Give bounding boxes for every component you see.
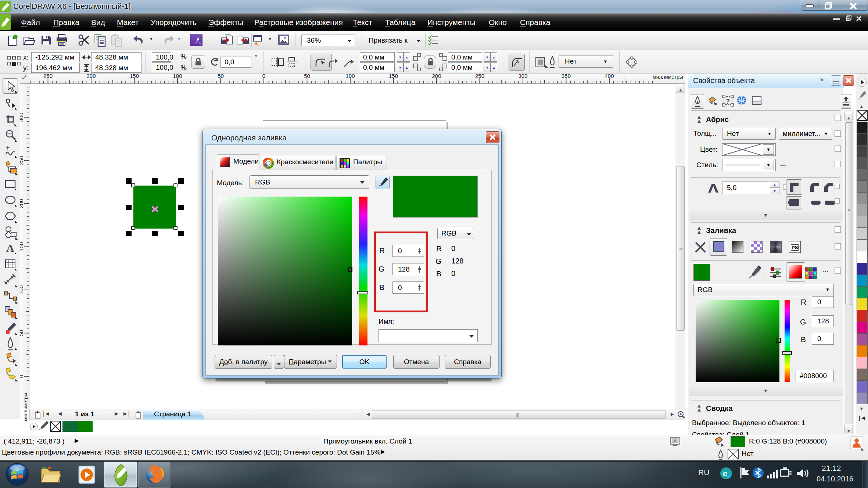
svg-text:100: 100 xyxy=(345,73,355,79)
svg-text:250: 250 xyxy=(20,156,24,165)
svg-text:100: 100 xyxy=(20,285,24,294)
svg-text:0: 0 xyxy=(20,375,24,378)
svg-text:300: 300 xyxy=(518,73,527,79)
svg-text:0: 0 xyxy=(262,73,265,79)
svg-text:A: A xyxy=(6,242,14,254)
svg-text:150: 150 xyxy=(20,242,24,251)
svg-text:50: 50 xyxy=(20,330,24,336)
svg-text:200: 200 xyxy=(20,199,24,208)
svg-text:e: e xyxy=(723,469,727,478)
svg-text:150: 150 xyxy=(389,73,398,79)
svg-text:200: 200 xyxy=(86,73,96,79)
svg-text:?: ? xyxy=(726,98,730,105)
svg-text:200: 200 xyxy=(432,73,441,79)
svg-text:миллиметры: миллиметры xyxy=(653,74,683,80)
svg-text:50: 50 xyxy=(218,73,224,79)
svg-text:100: 100 xyxy=(173,73,182,79)
svg-text:350: 350 xyxy=(562,73,571,79)
svg-text:150: 150 xyxy=(130,73,139,79)
svg-text:250: 250 xyxy=(475,73,484,79)
svg-text:300: 300 xyxy=(20,112,24,122)
svg-text:50: 50 xyxy=(304,73,310,79)
svg-text:400: 400 xyxy=(605,73,614,79)
svg-text:250: 250 xyxy=(43,73,53,79)
